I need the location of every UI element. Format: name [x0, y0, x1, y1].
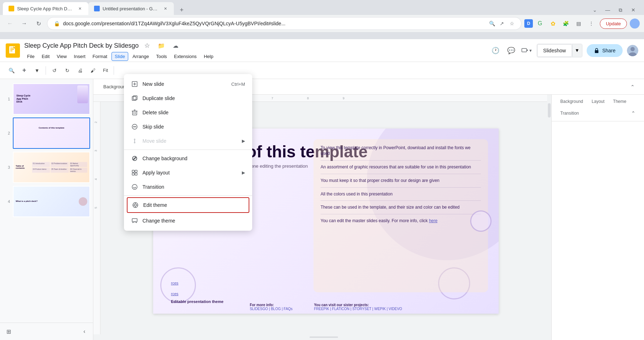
change-bg-label: Change background [142, 156, 245, 161]
menu-change-background[interactable]: Change background [124, 151, 252, 166]
skip-icon [131, 123, 138, 130]
menu-apply-layout[interactable]: Apply layout ▶ [124, 166, 252, 180]
menu-delete-slide[interactable]: Delete slide [124, 105, 252, 120]
new-slide-icon [131, 80, 138, 88]
delete-label: Delete slide [142, 110, 245, 115]
svg-rect-49 [132, 219, 137, 222]
move-label: Move slide [142, 138, 238, 144]
menu-transition[interactable]: Transition [124, 180, 252, 194]
apply-layout-arrow: ▶ [242, 170, 245, 175]
move-icon [131, 137, 138, 145]
change-theme-label: Change theme [142, 218, 245, 224]
menu-change-theme[interactable]: Change theme [124, 214, 252, 228]
svg-rect-41 [135, 173, 137, 175]
skip-label: Skip slide [142, 124, 245, 130]
svg-rect-39 [135, 170, 137, 172]
transition-label: Transition [142, 184, 245, 190]
menu-edit-theme[interactable]: Edit theme [127, 197, 249, 213]
svg-point-37 [135, 126, 136, 127]
edit-theme-icon [132, 202, 139, 209]
duplicate-icon [131, 95, 138, 102]
dropdown-divider-2 [124, 195, 252, 196]
svg-point-42 [132, 184, 137, 189]
menu-move-slide: Move slide ▶ [124, 134, 252, 148]
svg-rect-38 [132, 170, 134, 172]
svg-point-35 [133, 126, 134, 127]
svg-point-36 [134, 126, 135, 127]
menu-skip-slide[interactable]: Skip slide [124, 120, 252, 134]
apply-layout-icon [131, 169, 138, 176]
move-arrow: ▶ [242, 138, 245, 143]
menu-duplicate-slide[interactable]: Duplicate slide [124, 91, 252, 105]
svg-point-44 [134, 204, 136, 206]
dropdown-divider-1 [124, 150, 252, 150]
svg-rect-29 [133, 111, 137, 115]
edit-theme-label: Edit theme [143, 202, 244, 208]
svg-rect-40 [132, 173, 134, 175]
transition-icon [131, 183, 138, 190]
apply-layout-label: Apply layout [142, 170, 238, 176]
change-theme-icon [131, 217, 138, 224]
new-slide-shortcut: Ctrl+M [231, 82, 245, 87]
duplicate-label: Duplicate slide [142, 95, 245, 101]
menu-new-slide[interactable]: New slide Ctrl+M [124, 77, 252, 91]
dropdown-menu: New slide Ctrl+M Duplicate slide Delete … [124, 74, 252, 231]
new-slide-label: New slide [142, 81, 227, 87]
change-bg-icon [131, 155, 138, 162]
dropdown-overlay[interactable] [0, 0, 644, 340]
delete-icon [131, 109, 138, 116]
